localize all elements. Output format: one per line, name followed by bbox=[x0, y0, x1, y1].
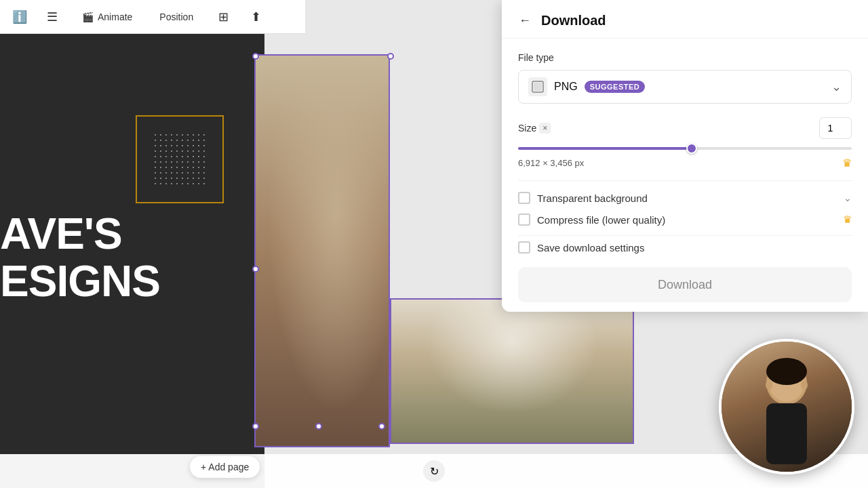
slider-track bbox=[518, 147, 852, 150]
refresh-icon[interactable]: ↻ bbox=[423, 460, 445, 482]
animate-button[interactable]: 🎬 Animate bbox=[75, 8, 139, 26]
compress-label: Compress file (lower quality) bbox=[537, 214, 665, 226]
info-icon[interactable]: ℹ️ bbox=[10, 7, 29, 26]
size-x-badge: × bbox=[539, 123, 551, 134]
download-button[interactable]: Download bbox=[518, 267, 852, 302]
download-button-label: Download bbox=[658, 278, 712, 292]
size-info-row: 6,912 × 3,456 px ♛ bbox=[518, 157, 852, 169]
selection-handle-bl[interactable] bbox=[252, 423, 259, 430]
save-settings-row: Save download settings bbox=[518, 241, 852, 253]
add-page-label: + Add page bbox=[201, 462, 249, 472]
selection-handle-bm[interactable] bbox=[315, 423, 322, 430]
panel-header: ← Download bbox=[502, 0, 868, 39]
size-slider-container bbox=[518, 147, 852, 150]
divider-2 bbox=[518, 235, 852, 236]
svg-point-7 bbox=[801, 380, 808, 390]
save-settings-checkbox[interactable] bbox=[518, 241, 530, 253]
room-interior-right bbox=[391, 300, 633, 443]
transparent-expand-icon[interactable]: ⌄ bbox=[844, 192, 852, 203]
back-button[interactable]: ← bbox=[515, 11, 534, 30]
slider-thumb[interactable] bbox=[686, 143, 697, 154]
position-button[interactable]: Position bbox=[153, 8, 200, 26]
back-icon: ← bbox=[519, 14, 531, 28]
panel-title: Download bbox=[541, 13, 606, 28]
selection-handle-br[interactable] bbox=[378, 423, 385, 430]
svg-point-4 bbox=[766, 358, 807, 385]
dot-grid-inner bbox=[153, 132, 207, 186]
transparent-bg-row: Transparent background ⌄ bbox=[518, 192, 852, 204]
size-px-label: 6,912 × 3,456 px bbox=[518, 158, 584, 168]
crown-icon-size: ♛ bbox=[842, 157, 852, 169]
menu-icon[interactable]: ☰ bbox=[43, 7, 62, 26]
slider-fill bbox=[518, 147, 692, 150]
selection-handle-tl[interactable] bbox=[252, 53, 259, 60]
size-input[interactable] bbox=[819, 117, 852, 139]
compress-left: Compress file (lower quality) bbox=[518, 214, 665, 226]
crown-icon-compress: ♛ bbox=[843, 214, 852, 226]
transparent-bg-left: Transparent background bbox=[518, 192, 648, 204]
share-icon[interactable]: ⬆ bbox=[246, 7, 265, 26]
page-bottom-bar: ↻ + Add page bbox=[0, 454, 868, 488]
save-settings-label: Save download settings bbox=[537, 242, 644, 253]
main-toolbar: ℹ️ ☰ 🎬 Animate Position ⊞ ⬆ bbox=[0, 0, 305, 34]
selection-handle-tr[interactable] bbox=[387, 53, 394, 60]
transparent-bg-label: Transparent background bbox=[537, 192, 648, 204]
position-label: Position bbox=[159, 12, 193, 22]
file-icon bbox=[528, 77, 547, 96]
file-type-label: File type bbox=[518, 52, 852, 63]
image-panel-right bbox=[390, 298, 634, 444]
animate-icon: 🎬 bbox=[82, 12, 94, 22]
add-page-button[interactable]: + Add page bbox=[190, 456, 260, 478]
transparent-bg-checkbox[interactable] bbox=[518, 192, 530, 204]
size-row: Size × bbox=[518, 117, 852, 139]
file-name-label: PNG bbox=[554, 81, 578, 93]
svg-rect-1 bbox=[534, 83, 542, 91]
size-label: Size × bbox=[518, 123, 551, 134]
divider-1 bbox=[518, 180, 852, 181]
canvas-design-text: AVE'S ESIGNS bbox=[0, 210, 160, 306]
compress-checkbox[interactable] bbox=[518, 214, 530, 226]
compress-row: Compress file (lower quality) ♛ bbox=[518, 214, 852, 226]
image-panel-left bbox=[254, 54, 390, 447]
webcam-circle bbox=[719, 339, 854, 474]
panel-content: File type PNG SUGGESTED ⌄ Size × bbox=[502, 39, 868, 316]
svg-rect-5 bbox=[766, 403, 807, 464]
svg-point-6 bbox=[766, 380, 772, 390]
room-interior-left bbox=[256, 56, 389, 446]
canvas-dark-bg: AVE'S ESIGNS bbox=[0, 0, 264, 488]
suggested-badge: SUGGESTED bbox=[585, 81, 646, 93]
grid-icon[interactable]: ⊞ bbox=[214, 7, 233, 26]
file-type-dropdown[interactable]: PNG SUGGESTED ⌄ bbox=[518, 70, 852, 104]
webcam-person bbox=[722, 342, 852, 472]
dot-grid-decoration bbox=[136, 115, 224, 203]
animate-label: Animate bbox=[98, 12, 132, 22]
chevron-down-icon: ⌄ bbox=[831, 79, 842, 94]
selection-handle-ml[interactable] bbox=[252, 266, 259, 272]
download-panel: ← Download File type PNG SUGGESTED ⌄ Siz… bbox=[502, 0, 868, 312]
save-settings-left: Save download settings bbox=[518, 241, 644, 253]
